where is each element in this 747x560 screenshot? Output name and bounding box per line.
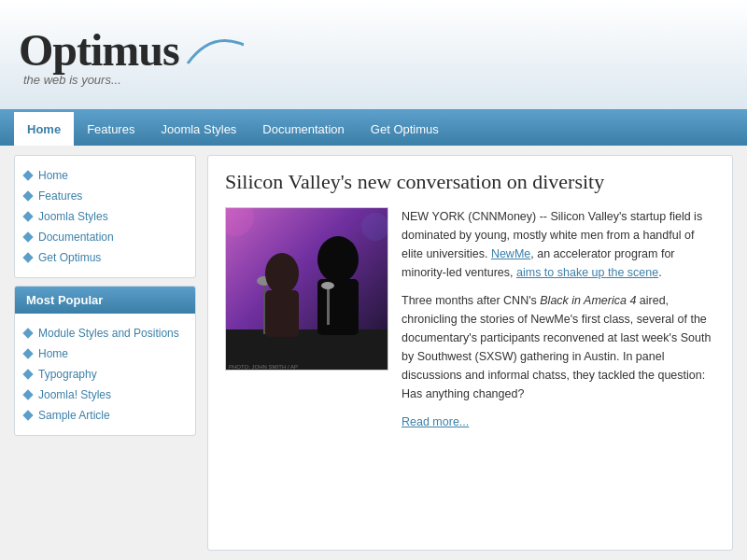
article-link-shake[interactable]: aims to shake up the scene: [516, 266, 658, 279]
sidebar-popular-joomla-styles[interactable]: Joomla! Styles: [24, 385, 186, 405]
navbar: Home Features Joomla Styles Documentatio…: [0, 112, 747, 146]
diamond-icon: [22, 252, 33, 262]
svg-rect-5: [265, 290, 299, 337]
svg-point-11: [361, 213, 388, 241]
diamond-icon: [22, 348, 33, 358]
nav-documentation[interactable]: Documentation: [249, 112, 357, 146]
svg-point-4: [265, 253, 299, 294]
sidebar-item-home[interactable]: Home: [24, 165, 186, 186]
sidebar-main-menu-list: Home Features Joomla Styles Documentatio…: [15, 156, 195, 277]
diamond-icon: [22, 170, 33, 180]
sidebar: Home Features Joomla Styles Documentatio…: [14, 155, 196, 551]
svg-point-9: [321, 282, 334, 289]
article-body: PHOTO: JOHN SMITH / AP NEW YORK (CNNMone…: [225, 207, 715, 431]
diamond-icon: [22, 231, 33, 242]
svg-point-6: [317, 236, 359, 283]
diamond-icon: [22, 369, 33, 379]
logo-area: Optimus the web is yours...: [19, 28, 244, 87]
article-link-newme[interactable]: NewMe: [491, 247, 530, 260]
sidebar-popular: Most Popular Module Styles and Positions…: [14, 286, 196, 436]
sidebar-item-features[interactable]: Features: [24, 186, 186, 206]
diamond-icon: [22, 211, 33, 221]
article-para2: Three months after CNN's Black in Americ…: [402, 291, 715, 403]
nav-joomla-styles[interactable]: Joomla Styles: [148, 112, 249, 146]
read-more-link[interactable]: Read more...: [402, 415, 469, 428]
sidebar-popular-heading: Most Popular: [15, 287, 195, 314]
svg-text:PHOTO: JOHN SMITH / AP: PHOTO: JOHN SMITH / AP: [229, 364, 298, 370]
sidebar-popular-home[interactable]: Home: [24, 343, 186, 364]
main-layout: Home Features Joomla Styles Documentatio…: [0, 146, 747, 560]
nav-home[interactable]: Home: [14, 112, 74, 146]
diamond-icon: [22, 389, 33, 399]
article-image: PHOTO: JOHN SMITH / AP: [225, 207, 388, 371]
sidebar-item-documentation[interactable]: Documentation: [24, 227, 186, 247]
site-tagline: the web is yours...: [23, 73, 244, 87]
site-logo: Optimus: [19, 28, 179, 73]
diamond-icon: [22, 410, 33, 420]
sidebar-popular-list: Module Styles and Positions Home Typogra…: [15, 314, 195, 435]
logo-swoosh-icon: [183, 35, 244, 68]
svg-rect-8: [327, 287, 330, 325]
content-area: Silicon Valley's new conversation on div…: [207, 155, 733, 551]
nav-get-optimus[interactable]: Get Optimus: [358, 112, 452, 146]
header: Optimus the web is yours...: [0, 0, 747, 112]
article-title: Silicon Valley's new conversation on div…: [225, 170, 715, 194]
sidebar-popular-typography[interactable]: Typography: [24, 364, 186, 385]
nav-features[interactable]: Features: [74, 112, 148, 146]
article-para1: NEW YORK (CNNMoney) -- Silicon Valley's …: [402, 207, 715, 282]
sidebar-popular-module-styles[interactable]: Module Styles and Positions: [24, 323, 186, 343]
diamond-icon: [22, 190, 33, 201]
sidebar-main-menu: Home Features Joomla Styles Documentatio…: [14, 155, 196, 278]
sidebar-item-joomla-styles[interactable]: Joomla Styles: [24, 206, 186, 227]
article-image-svg: PHOTO: JOHN SMITH / AP: [226, 208, 388, 371]
sidebar-popular-sample-article[interactable]: Sample Article: [24, 405, 186, 426]
article-text: NEW YORK (CNNMoney) -- Silicon Valley's …: [402, 207, 715, 431]
sidebar-item-get-optimus[interactable]: Get Optimus: [24, 247, 186, 268]
diamond-icon: [22, 328, 33, 338]
